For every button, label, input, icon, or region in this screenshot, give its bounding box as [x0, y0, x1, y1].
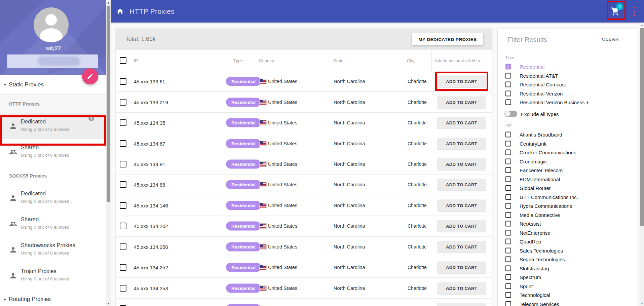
- checkbox[interactable]: [505, 247, 511, 253]
- checkbox[interactable]: [505, 132, 511, 138]
- checkbox[interactable]: [505, 265, 511, 271]
- add-to-cart-button[interactable]: ADD TO CART: [437, 96, 486, 108]
- checkbox[interactable]: [505, 212, 511, 218]
- add-to-cart-button[interactable]: ADD TO CART: [437, 262, 486, 273]
- sidebar-item[interactable]: Shared Using 0 out of 0 allowed: [0, 139, 106, 165]
- checkbox[interactable]: [505, 158, 511, 164]
- checkbox[interactable]: [505, 82, 511, 87]
- filter-isp-option[interactable]: Hydra Communications: [498, 201, 638, 211]
- my-dedicated-proxies-button[interactable]: MY DEDICATED PROXIES: [412, 33, 483, 45]
- scroll-up-arrow-icon[interactable]: ▲: [640, 23, 644, 28]
- sidebar-item[interactable]: Shadowsocks Proxies Using 0 out of 0 all…: [0, 237, 106, 263]
- filter-isp-option[interactable]: Cronomagic: [498, 157, 638, 166]
- checkbox[interactable]: ✓: [505, 64, 511, 70]
- filter-isp-option[interactable]: Crocker Communications: [498, 148, 638, 157]
- checkbox[interactable]: [505, 221, 511, 227]
- sidebar-item[interactable]: Dedicated Using 2 out of 2 allowed ?: [0, 113, 106, 139]
- checkbox[interactable]: [505, 230, 511, 235]
- filter-isp-option[interactable]: CenturyLink: [498, 139, 638, 148]
- row-checkbox[interactable]: [120, 243, 126, 250]
- add-to-cart-button[interactable]: ADD TO CART: [437, 303, 486, 306]
- filter-type-option[interactable]: Residential Verizon: [498, 89, 638, 98]
- checkbox[interactable]: [505, 150, 511, 155]
- row-checkbox[interactable]: [120, 119, 126, 126]
- select-all-checkbox[interactable]: [120, 57, 126, 64]
- sidebar-item[interactable]: Shared Using 0 out of 0 allowed: [0, 211, 106, 237]
- filter-isp-option[interactable]: Spectrum: [498, 273, 638, 282]
- add-to-cart-button[interactable]: ADD TO CART: [437, 138, 486, 149]
- scroll-up-arrow-icon[interactable]: ▲: [106, 0, 111, 5]
- filter-isp-option[interactable]: Media Connective: [498, 211, 638, 220]
- edit-profile-fab[interactable]: [82, 68, 98, 84]
- checkbox[interactable]: [505, 100, 511, 105]
- add-to-cart-button[interactable]: ADD TO CART: [437, 241, 486, 253]
- toggle-switch[interactable]: [504, 111, 517, 117]
- add-to-cart-button[interactable]: ADD TO CART: [437, 220, 486, 232]
- filter-isp-option[interactable]: Segna Technologies: [498, 255, 638, 264]
- exclude-all-types-toggle-row[interactable]: Exclude all types: [498, 109, 638, 119]
- row-checkbox[interactable]: [120, 223, 126, 229]
- filter-isp-option[interactable]: Global Router: [498, 184, 638, 193]
- filter-type-option[interactable]: Residential Verizon Business +: [498, 98, 638, 107]
- add-to-cart-button[interactable]: ADD TO CART: [437, 199, 486, 211]
- checkbox[interactable]: [505, 292, 511, 298]
- row-checkbox[interactable]: [120, 202, 126, 209]
- filter-isp-option[interactable]: NetAssist: [498, 219, 638, 228]
- checkbox[interactable]: [505, 141, 511, 146]
- filter-isp-option[interactable]: Eancenter Telecom: [498, 166, 638, 175]
- checkbox[interactable]: [505, 167, 511, 173]
- checkbox[interactable]: [505, 257, 511, 262]
- checkbox[interactable]: [505, 301, 511, 306]
- add-to-cart-button[interactable]: ADD TO CART: [437, 158, 486, 170]
- profile-field[interactable]: [7, 54, 98, 68]
- add-to-cart-button[interactable]: ADD TO CART: [437, 179, 486, 191]
- checkbox[interactable]: [505, 283, 511, 289]
- filter-isp-option[interactable]: Technological: [498, 291, 638, 300]
- filter-isp-option[interactable]: QuadRep: [498, 237, 638, 246]
- row-checkbox[interactable]: [120, 99, 126, 106]
- home-button[interactable]: [113, 5, 127, 18]
- filter-type-option[interactable]: Residential AT&T: [498, 71, 638, 80]
- row-checkbox[interactable]: [120, 78, 126, 85]
- filter-isp-option[interactable]: Atlantis Broadband: [498, 130, 638, 139]
- scrollbar-thumb[interactable]: [107, 6, 110, 202]
- row-checkbox[interactable]: [120, 264, 126, 271]
- row-checkbox[interactable]: [120, 181, 126, 188]
- checkbox[interactable]: [505, 239, 511, 244]
- filter-isp-option[interactable]: Telecom Services: [498, 300, 638, 306]
- filter-isp-option[interactable]: NetEnterprise: [498, 228, 638, 237]
- filter-isp-option[interactable]: Slotstransfag: [498, 264, 638, 273]
- filter-type-option[interactable]: ✓ Residential: [498, 62, 638, 71]
- nav-rotating-proxies[interactable]: ▸ Rotating Proxies: [0, 292, 106, 306]
- sidebar-item[interactable]: Dedicated Using 0 out of 0 allowed: [0, 185, 106, 211]
- add-to-cart-button[interactable]: ADD TO CART: [437, 76, 486, 87]
- sidebar-item[interactable]: Trojan Proxies Using 0 out of 0 allowed: [0, 263, 106, 289]
- filter-isp-option[interactable]: EDM International: [498, 175, 638, 184]
- overflow-menu-button[interactable]: [631, 7, 638, 16]
- cart-button[interactable]: 2: [608, 3, 624, 19]
- filter-isp-option[interactable]: Sales Technologies: [498, 246, 638, 255]
- us-flag-icon: [260, 244, 266, 249]
- checkbox[interactable]: [505, 194, 511, 200]
- add-to-cart-button[interactable]: ADD TO CART: [437, 117, 486, 129]
- checkbox[interactable]: [505, 203, 511, 209]
- checkbox[interactable]: [505, 176, 511, 182]
- checkbox[interactable]: [505, 73, 511, 78]
- add-to-cart-button[interactable]: ADD TO CART: [437, 282, 486, 294]
- checkbox[interactable]: [505, 90, 511, 96]
- scroll-down-arrow-icon[interactable]: ▼: [640, 301, 644, 306]
- row-checkbox[interactable]: [120, 285, 126, 292]
- filter-type-option[interactable]: Residential Comcast: [498, 80, 638, 89]
- filter-isp-option[interactable]: Sprint: [498, 282, 638, 291]
- scroll-down-arrow-icon[interactable]: ▼: [106, 301, 111, 306]
- scrollbar-thumb[interactable]: [640, 28, 644, 226]
- sidebar-scrollbar[interactable]: ▲ ▼: [106, 0, 111, 306]
- row-checkbox[interactable]: [120, 140, 126, 147]
- help-icon[interactable]: ?: [88, 115, 94, 121]
- checkbox[interactable]: [505, 274, 511, 280]
- filter-isp-option[interactable]: GTT Communications Inc.: [498, 193, 638, 202]
- clear-filters-button[interactable]: CLEAR: [602, 37, 619, 42]
- checkbox[interactable]: [505, 185, 511, 191]
- window-scrollbar[interactable]: ▲ ▼: [640, 23, 644, 306]
- row-checkbox[interactable]: [120, 161, 126, 167]
